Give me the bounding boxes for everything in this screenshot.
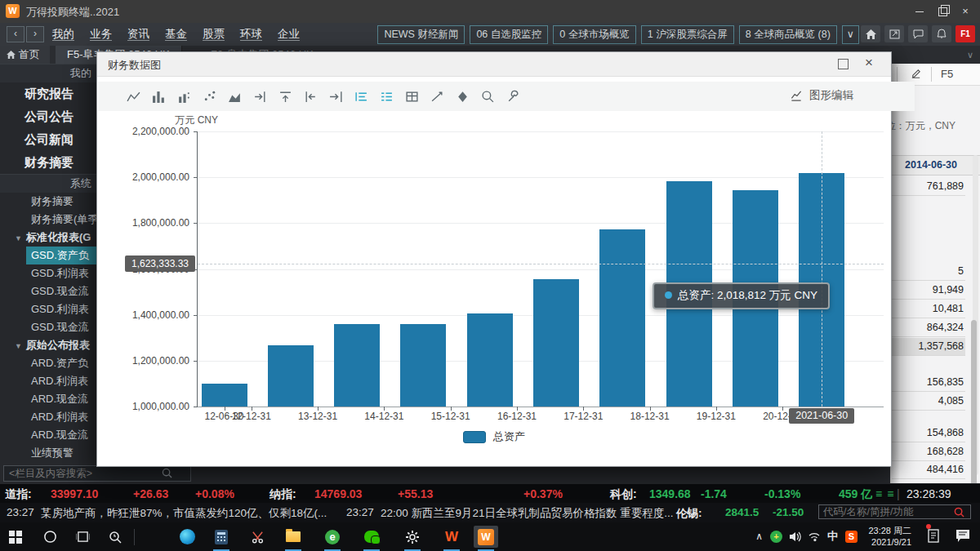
quick-button-news[interactable]: NEWS 财经新闻 (377, 25, 465, 44)
bar-17-12-31[interactable] (599, 229, 645, 407)
trend-line-icon[interactable]: .f{fill:#5f6a70;stroke:none} (428, 87, 447, 106)
chart-settings-icon[interactable]: .f{fill:#5f6a70;stroke:none} (504, 87, 523, 106)
menu-item-stocks[interactable]: 股票 (203, 27, 225, 42)
quote-change: +55.13 (398, 487, 433, 500)
menu-item-mine[interactable]: 我的 (52, 27, 74, 42)
green-browser-icon[interactable]: e (320, 526, 345, 548)
expand-triangle-icon[interactable]: ▼ (15, 234, 22, 242)
menu-item-global[interactable]: 环球 (240, 27, 262, 42)
bar-13-12-31[interactable] (334, 324, 380, 407)
quick-button-global-markets[interactable]: 0 全球市场概览 (553, 25, 635, 44)
news-item[interactable]: 22:00 新西兰至9月21日全球乳制品贸易价格指数 重要程度... (381, 506, 674, 521)
chat-icon[interactable] (908, 25, 928, 42)
network-icon[interactable] (808, 531, 820, 541)
shift-axis-right-icon[interactable]: .f{fill:#5f6a70;stroke:none} (251, 87, 270, 106)
antivirus-icon[interactable]: + (770, 531, 782, 543)
forward-icon[interactable]: › (26, 26, 44, 42)
column-chart-values-icon[interactable]: .f{fill:#5f6a70;stroke:none} (175, 87, 194, 106)
screen: W 万得投顾终端..2021 × ‹ › 我的 业务 资讯 基金 股票 环球 企… (0, 0, 980, 551)
data-table-icon[interactable]: .f{fill:#5f6a70;stroke:none} (403, 87, 421, 106)
menu-lines-icon[interactable]: ≡≡ (875, 487, 898, 500)
wechat-icon[interactable] (359, 526, 384, 548)
edge-browser-icon[interactable] (175, 526, 199, 548)
settings-gear-icon[interactable] (400, 526, 425, 548)
new-window-icon[interactable] (884, 25, 904, 42)
scatter-chart-icon[interactable]: .f{fill:#5f6a70;stroke:none} (200, 87, 219, 106)
column-chart-icon[interactable]: .f{fill:#2AA9C9;stroke:none} (149, 87, 168, 106)
task-view-icon[interactable] (70, 526, 95, 548)
y-axis-label: 1,200,000.00 (119, 355, 189, 367)
table-cell-value: 761,889 (892, 178, 965, 196)
snipping-tool-icon[interactable] (245, 526, 270, 548)
area-chart-icon[interactable]: .f{fill:#5f6a70;stroke:none} (225, 87, 244, 106)
align-values-left-icon[interactable]: .f{fill:#5f6a70;stroke:none} (301, 87, 320, 106)
zoom-preview-icon[interactable]: .f{fill:#5f6a70;stroke:none} (479, 87, 497, 106)
calculator-icon[interactable] (209, 526, 234, 548)
close-icon[interactable]: × (954, 2, 977, 20)
f1-help-icon[interactable]: F1 (956, 25, 975, 42)
sticky-notes-icon[interactable] (927, 529, 941, 544)
f5-shortcut-label[interactable]: F5 (941, 68, 953, 80)
taskbar-clock[interactable]: 23:28 周二 2021/9/21 (854, 525, 911, 548)
tray-expand-icon[interactable]: ∧ (755, 531, 763, 542)
bar-12-12-31[interactable] (268, 345, 314, 407)
wind-logo-icon: W (6, 4, 20, 18)
tab-overflow-icon[interactable]: ∨ (967, 46, 973, 64)
menu-item-news[interactable]: 资讯 (127, 27, 149, 42)
ime-indicator[interactable]: 中 (827, 529, 838, 544)
bar-14-12-31[interactable] (400, 324, 446, 407)
value-list-icon[interactable]: .f{fill:#2AA9C9;stroke:none} (352, 87, 371, 106)
quote-label: 科创: (610, 487, 637, 502)
back-icon[interactable]: ‹ (7, 26, 24, 42)
home-icon[interactable] (861, 25, 880, 42)
crosshair-horizontal-line (198, 264, 884, 264)
code-search-icon[interactable] (954, 507, 964, 518)
line-chart-icon[interactable]: .f{fill:#5f6a70;stroke:none} (124, 87, 143, 106)
start-button-icon[interactable] (3, 526, 28, 548)
news-item[interactable]: 某房地产商，昨狂泄87%，市值蒸发约120亿、仅剩18亿(... (41, 506, 327, 521)
wps-office-icon[interactable]: W (439, 526, 464, 548)
quick-button-commodities[interactable]: 8 全球商品概览 (8) (739, 25, 837, 44)
edit-icon[interactable] (910, 68, 922, 80)
cortana-icon[interactable] (38, 526, 62, 548)
shift-axis-up-icon[interactable]: .f{fill:#5f6a70;stroke:none} (276, 87, 295, 106)
y-axis-tick (194, 131, 198, 132)
bar-15-12-31[interactable] (467, 313, 513, 407)
restore-icon[interactable] (931, 2, 954, 20)
panel-scrollbar[interactable] (973, 155, 978, 475)
dialog-titlebar[interactable]: 财务数据图 × (97, 52, 891, 77)
shift-axis-end-icon[interactable]: .f{fill:#5f6a70;stroke:none} (327, 87, 345, 106)
dialog-maximize-icon[interactable] (838, 59, 849, 69)
quick-button-ashares[interactable]: 1 沪深股票综合屏 (641, 25, 734, 44)
quick-buttons-dropdown-icon[interactable]: ∨ (842, 25, 859, 44)
y-axis-tick (194, 177, 198, 178)
file-explorer-icon[interactable] (281, 526, 305, 548)
menu-item-enterprise[interactable]: 企业 (278, 27, 300, 42)
dialog-title: 财务数据图 (108, 58, 161, 73)
quick-button-watchlist[interactable]: 06 自选股监控 (470, 25, 548, 44)
action-center-icon[interactable] (956, 529, 970, 543)
chart-legend[interactable]: 总资产 (97, 429, 891, 444)
tab-home[interactable]: 首页 (0, 46, 50, 64)
wind-terminal-icon[interactable]: W (474, 526, 498, 548)
bell-icon[interactable] (932, 25, 951, 42)
news-time: 23:27 (7, 506, 34, 518)
y-axis-label: 1,800,000.00 (119, 217, 189, 229)
menu-item-funds[interactable]: 基金 (165, 27, 187, 42)
fill-style-icon[interactable]: .f{fill:#5f6a70;stroke:none} (453, 87, 472, 106)
code-search-input[interactable] (818, 504, 971, 519)
menu-item-business[interactable]: 业务 (90, 27, 112, 42)
x-axis-label: 12-12-31 (232, 411, 271, 422)
expand-triangle-icon[interactable]: ▼ (15, 342, 22, 350)
quick-buttons: NEWS 财经新闻 06 自选股监控 0 全球市场概览 1 沪深股票综合屏 8 … (377, 25, 859, 44)
graph-edit-button[interactable]: 图形编辑 (790, 88, 853, 103)
dialog-close-icon[interactable]: × (865, 55, 873, 71)
minimize-icon[interactable] (908, 2, 931, 20)
volume-icon[interactable] (790, 531, 801, 542)
value-list-alt-icon[interactable]: .f{fill:#2AA9C9;stroke:none} (377, 87, 396, 106)
bar-16-12-31[interactable] (533, 279, 579, 407)
search-taskbar-icon[interactable] (103, 526, 127, 548)
sidebar-search-icon[interactable] (162, 468, 172, 478)
news-ticker-bar: 23:27 某房地产商，昨狂泄87%，市值蒸发约120亿、仅剩18亿(... 2… (0, 503, 980, 522)
bar-12-06-30[interactable] (202, 384, 247, 407)
